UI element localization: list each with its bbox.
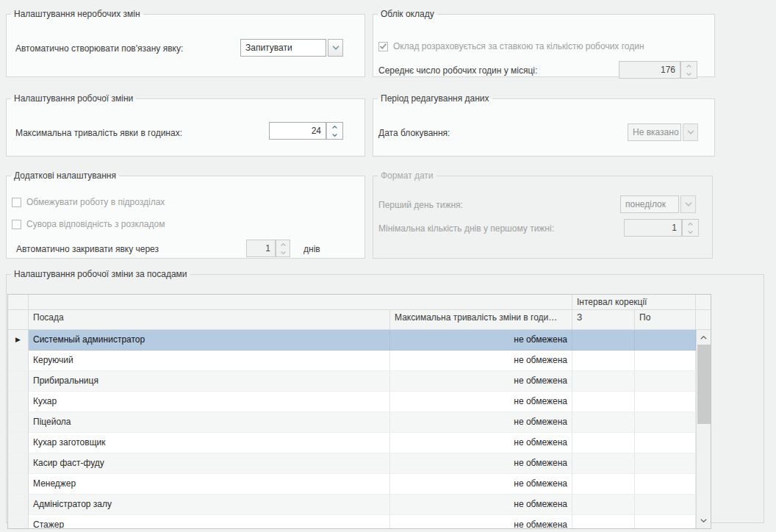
chevron-up-icon (683, 220, 698, 228)
vertical-scrollbar[interactable] (696, 330, 711, 528)
group-edit-period-title: Період редагування даних (378, 93, 492, 104)
position-cell: Керуючий (29, 351, 390, 371)
group-salary-accounting-title: Облік окладу (378, 9, 437, 19)
group-salary-accounting: Облік окладу Оклад розраховується за ста… (373, 9, 715, 77)
row-indicator-cell (8, 474, 29, 495)
group-positions-title: Налаштування робочої зміни за посадами (11, 269, 190, 279)
scrollbar-down-button[interactable] (697, 514, 711, 527)
max-attendance-duration-value[interactable]: 24 (269, 122, 326, 140)
block-date-value: Не вказано (628, 123, 681, 141)
first-day-of-week-label: Перший день тижня: (378, 200, 463, 210)
interval-to-cell (635, 330, 696, 351)
column-header-to[interactable]: По (635, 310, 696, 330)
header-indicator-cell (8, 310, 29, 330)
position-cell: Адміністратор залу (29, 495, 390, 515)
max-duration-cell: не обмежена (390, 453, 572, 474)
spin-buttons (680, 61, 697, 79)
chevron-up-icon[interactable] (327, 123, 342, 131)
interval-to-cell (635, 351, 696, 371)
table-row[interactable]: Кухар не обмежена (8, 392, 711, 412)
max-duration-cell: не обмежена (390, 433, 572, 453)
max-duration-cell: не обмежена (390, 330, 572, 351)
group-additional-settings-title: Додаткові налаштування (11, 170, 119, 181)
row-indicator-cell (8, 412, 29, 433)
row-indicator-cell (8, 453, 29, 474)
column-header-max-duration[interactable]: Максимальна тривалість зміни в годи… (390, 310, 572, 330)
table-body: ▶ Системный администратор не обмежена Ке… (8, 330, 711, 529)
group-date-format-title: Формат дати (378, 170, 436, 181)
interval-to-cell (635, 515, 696, 529)
table-row[interactable]: Касир фаст-фуду не обмежена (8, 453, 711, 474)
row-indicator-cell: ▶ (8, 330, 29, 351)
interval-from-cell (572, 433, 635, 453)
limit-departments-checkbox: Обмежувати роботу в підрозділах (12, 197, 165, 207)
max-attendance-duration-label: Максимальна тривалість явки в годинах: (15, 128, 182, 138)
max-duration-cell: не обмежена (390, 412, 572, 433)
chevron-down-icon[interactable] (328, 39, 343, 57)
max-duration-cell: не обмежена (390, 371, 572, 392)
first-day-of-week-select: понеділок (620, 195, 696, 213)
chevron-down-icon (681, 70, 697, 78)
chevron-down-icon (276, 248, 290, 256)
group-additional-settings: Додаткові налаштування Обмежувати роботу… (6, 170, 365, 259)
position-cell: Стажер (29, 515, 390, 529)
avg-working-hours-label: Середнє число робочих годин у місяці: (378, 65, 537, 76)
auto-create-attendance-value[interactable]: Запитувати (240, 39, 326, 57)
band-header-indicator-cell (8, 295, 29, 310)
checkbox-checked-icon (378, 42, 388, 51)
table-row[interactable]: Керуючий не обмежена (8, 351, 711, 371)
table-row[interactable]: Піцейола не обмежена (8, 412, 711, 433)
limit-departments-label: Обмежувати роботу в підрозділах (26, 197, 165, 207)
table-header-row: Посада Максимальна тривалість зміни в го… (8, 310, 711, 330)
avg-working-hours-value: 176 (619, 61, 680, 79)
column-header-from[interactable]: З (572, 310, 635, 330)
chevron-down-icon[interactable] (327, 131, 342, 139)
table-row[interactable]: Кухар заготовщик не обмежена (8, 433, 711, 453)
position-cell: Прибиральниця (29, 371, 390, 392)
max-attendance-duration-spinner[interactable]: 24 (269, 122, 343, 140)
table-band-header-row: Інтервал корекції (8, 295, 711, 310)
auto-create-attendance-select[interactable]: Запитувати (240, 39, 343, 57)
chevron-up-icon (681, 62, 697, 70)
row-indicator-cell (8, 433, 29, 453)
table-row[interactable]: Менеджер не обмежена (8, 474, 711, 495)
position-cell: Кухар заготовщик (29, 433, 390, 453)
auto-close-attendance-label: Автоматично закривати явку через (16, 244, 159, 254)
max-duration-cell: не обмежена (390, 474, 572, 495)
spin-buttons[interactable] (326, 122, 343, 140)
position-cell: Менеджер (29, 474, 390, 495)
block-date-select: Не вказано (628, 123, 698, 141)
max-duration-cell: не обмежена (390, 392, 572, 412)
min-days-first-week-spinner: 1 (624, 219, 699, 237)
table-row[interactable]: ▶ Системный администратор не обмежена (8, 330, 711, 351)
chevron-down-icon (683, 228, 698, 236)
max-duration-cell: не обмежена (390, 515, 572, 529)
interval-from-cell (572, 412, 635, 433)
auto-close-days-spinner: 1 (246, 240, 290, 257)
group-nonworking-shifts: Налаштування неробочих змін Автоматично … (6, 9, 365, 77)
avg-working-hours-spinner: 176 (619, 61, 697, 79)
interval-to-cell (635, 433, 696, 453)
table-row[interactable]: Адміністратор залу не обмежена (8, 495, 711, 515)
max-duration-cell: не обмежена (390, 495, 572, 515)
scrollbar-up-button[interactable] (697, 331, 711, 344)
first-day-of-week-value: понеділок (620, 195, 679, 213)
table-row[interactable]: Стажер не обмежена (8, 515, 711, 529)
column-header-position[interactable]: Посада (29, 310, 390, 330)
group-edit-period: Період редагування даних Дата блокування… (373, 93, 715, 157)
scrollbar-thumb[interactable] (697, 345, 711, 424)
position-cell: Кухар (29, 392, 390, 412)
salary-by-rate-label: Оклад розраховується за ставкою та кільк… (393, 41, 644, 51)
band-header-empty-cell (29, 295, 572, 310)
row-indicator-cell (8, 351, 29, 371)
header-filler-cell (696, 310, 711, 330)
checkbox-unchecked-icon (12, 198, 21, 207)
attendance-settings-panel: Налаштування неробочих змін Автоматично … (0, 0, 776, 532)
table-row[interactable]: Прибиральниця не обмежена (8, 371, 711, 392)
chevron-down-icon (680, 195, 696, 213)
interval-to-cell (635, 371, 696, 392)
auto-create-attendance-label: Автоматично створювати пов'язану явку: (15, 43, 183, 54)
row-indicator-cell (8, 392, 29, 412)
interval-to-cell (635, 474, 696, 495)
row-indicator-cell (8, 371, 29, 392)
